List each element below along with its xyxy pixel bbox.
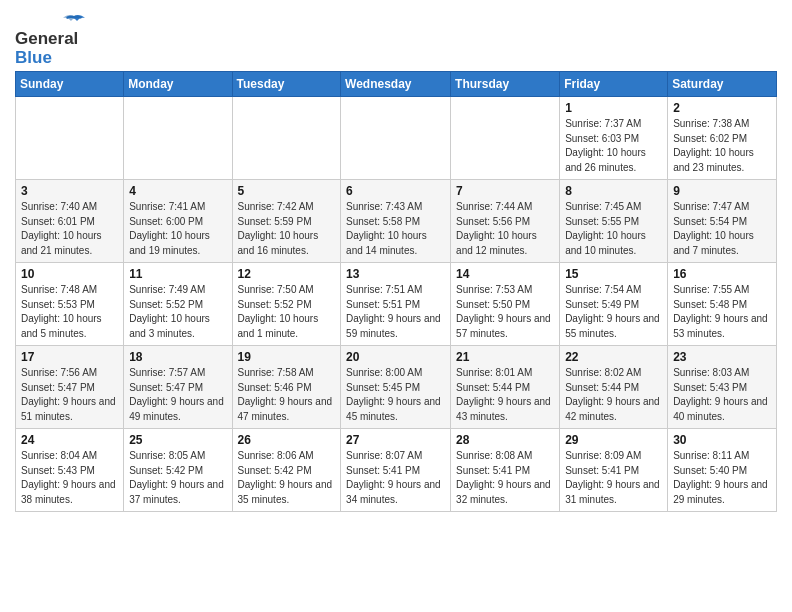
calendar-cell: 23Sunrise: 8:03 AM Sunset: 5:43 PM Dayli… xyxy=(668,346,777,429)
day-info: Sunrise: 7:57 AM Sunset: 5:47 PM Dayligh… xyxy=(129,366,226,424)
calendar-cell: 12Sunrise: 7:50 AM Sunset: 5:52 PM Dayli… xyxy=(232,263,341,346)
day-number: 6 xyxy=(346,184,445,198)
calendar-cell xyxy=(16,97,124,180)
day-info: Sunrise: 7:42 AM Sunset: 5:59 PM Dayligh… xyxy=(238,200,336,258)
day-number: 2 xyxy=(673,101,771,115)
day-info: Sunrise: 7:37 AM Sunset: 6:03 PM Dayligh… xyxy=(565,117,662,175)
day-info: Sunrise: 8:04 AM Sunset: 5:43 PM Dayligh… xyxy=(21,449,118,507)
day-number: 24 xyxy=(21,433,118,447)
day-info: Sunrise: 7:49 AM Sunset: 5:52 PM Dayligh… xyxy=(129,283,226,341)
day-number: 22 xyxy=(565,350,662,364)
day-number: 3 xyxy=(21,184,118,198)
day-number: 13 xyxy=(346,267,445,281)
day-number: 16 xyxy=(673,267,771,281)
day-number: 30 xyxy=(673,433,771,447)
weekday-header-sunday: Sunday xyxy=(16,72,124,97)
calendar-cell: 30Sunrise: 8:11 AM Sunset: 5:40 PM Dayli… xyxy=(668,429,777,512)
day-info: Sunrise: 7:45 AM Sunset: 5:55 PM Dayligh… xyxy=(565,200,662,258)
day-info: Sunrise: 7:56 AM Sunset: 5:47 PM Dayligh… xyxy=(21,366,118,424)
calendar-cell: 4Sunrise: 7:41 AM Sunset: 6:00 PM Daylig… xyxy=(124,180,232,263)
calendar-cell: 14Sunrise: 7:53 AM Sunset: 5:50 PM Dayli… xyxy=(451,263,560,346)
calendar-cell: 2Sunrise: 7:38 AM Sunset: 6:02 PM Daylig… xyxy=(668,97,777,180)
logo: GeneralBlue xyxy=(15,16,85,67)
calendar-cell: 28Sunrise: 8:08 AM Sunset: 5:41 PM Dayli… xyxy=(451,429,560,512)
calendar-week-row: 3Sunrise: 7:40 AM Sunset: 6:01 PM Daylig… xyxy=(16,180,777,263)
day-info: Sunrise: 8:06 AM Sunset: 5:42 PM Dayligh… xyxy=(238,449,336,507)
calendar-cell: 8Sunrise: 7:45 AM Sunset: 5:55 PM Daylig… xyxy=(560,180,668,263)
day-info: Sunrise: 7:40 AM Sunset: 6:01 PM Dayligh… xyxy=(21,200,118,258)
calendar-cell: 10Sunrise: 7:48 AM Sunset: 5:53 PM Dayli… xyxy=(16,263,124,346)
calendar-cell: 21Sunrise: 8:01 AM Sunset: 5:44 PM Dayli… xyxy=(451,346,560,429)
calendar-cell xyxy=(451,97,560,180)
day-number: 20 xyxy=(346,350,445,364)
day-info: Sunrise: 7:48 AM Sunset: 5:53 PM Dayligh… xyxy=(21,283,118,341)
day-info: Sunrise: 7:58 AM Sunset: 5:46 PM Dayligh… xyxy=(238,366,336,424)
day-info: Sunrise: 8:03 AM Sunset: 5:43 PM Dayligh… xyxy=(673,366,771,424)
weekday-header-saturday: Saturday xyxy=(668,72,777,97)
day-number: 21 xyxy=(456,350,554,364)
calendar-cell xyxy=(232,97,341,180)
calendar-cell: 11Sunrise: 7:49 AM Sunset: 5:52 PM Dayli… xyxy=(124,263,232,346)
calendar-cell: 27Sunrise: 8:07 AM Sunset: 5:41 PM Dayli… xyxy=(341,429,451,512)
calendar-table: SundayMondayTuesdayWednesdayThursdayFrid… xyxy=(15,71,777,512)
calendar-cell: 13Sunrise: 7:51 AM Sunset: 5:51 PM Dayli… xyxy=(341,263,451,346)
weekday-header-friday: Friday xyxy=(560,72,668,97)
calendar-cell: 5Sunrise: 7:42 AM Sunset: 5:59 PM Daylig… xyxy=(232,180,341,263)
calendar-week-row: 10Sunrise: 7:48 AM Sunset: 5:53 PM Dayli… xyxy=(16,263,777,346)
page-header: GeneralBlue xyxy=(15,10,777,67)
day-info: Sunrise: 7:44 AM Sunset: 5:56 PM Dayligh… xyxy=(456,200,554,258)
day-info: Sunrise: 7:38 AM Sunset: 6:02 PM Dayligh… xyxy=(673,117,771,175)
day-number: 10 xyxy=(21,267,118,281)
day-number: 5 xyxy=(238,184,336,198)
day-number: 9 xyxy=(673,184,771,198)
day-number: 29 xyxy=(565,433,662,447)
day-info: Sunrise: 7:53 AM Sunset: 5:50 PM Dayligh… xyxy=(456,283,554,341)
calendar-cell: 18Sunrise: 7:57 AM Sunset: 5:47 PM Dayli… xyxy=(124,346,232,429)
calendar-cell: 7Sunrise: 7:44 AM Sunset: 5:56 PM Daylig… xyxy=(451,180,560,263)
day-info: Sunrise: 8:01 AM Sunset: 5:44 PM Dayligh… xyxy=(456,366,554,424)
day-info: Sunrise: 8:07 AM Sunset: 5:41 PM Dayligh… xyxy=(346,449,445,507)
day-number: 8 xyxy=(565,184,662,198)
day-info: Sunrise: 8:05 AM Sunset: 5:42 PM Dayligh… xyxy=(129,449,226,507)
day-number: 26 xyxy=(238,433,336,447)
day-number: 4 xyxy=(129,184,226,198)
calendar-cell: 24Sunrise: 8:04 AM Sunset: 5:43 PM Dayli… xyxy=(16,429,124,512)
calendar-cell: 15Sunrise: 7:54 AM Sunset: 5:49 PM Dayli… xyxy=(560,263,668,346)
day-number: 14 xyxy=(456,267,554,281)
day-info: Sunrise: 7:51 AM Sunset: 5:51 PM Dayligh… xyxy=(346,283,445,341)
logo-text: GeneralBlue xyxy=(15,30,78,67)
day-number: 18 xyxy=(129,350,226,364)
day-number: 12 xyxy=(238,267,336,281)
day-number: 23 xyxy=(673,350,771,364)
calendar-cell: 25Sunrise: 8:05 AM Sunset: 5:42 PM Dayli… xyxy=(124,429,232,512)
calendar-cell: 19Sunrise: 7:58 AM Sunset: 5:46 PM Dayli… xyxy=(232,346,341,429)
day-info: Sunrise: 7:43 AM Sunset: 5:58 PM Dayligh… xyxy=(346,200,445,258)
calendar-week-row: 1Sunrise: 7:37 AM Sunset: 6:03 PM Daylig… xyxy=(16,97,777,180)
day-info: Sunrise: 7:41 AM Sunset: 6:00 PM Dayligh… xyxy=(129,200,226,258)
calendar-cell xyxy=(124,97,232,180)
day-info: Sunrise: 7:55 AM Sunset: 5:48 PM Dayligh… xyxy=(673,283,771,341)
calendar-cell: 3Sunrise: 7:40 AM Sunset: 6:01 PM Daylig… xyxy=(16,180,124,263)
calendar-cell: 17Sunrise: 7:56 AM Sunset: 5:47 PM Dayli… xyxy=(16,346,124,429)
day-number: 15 xyxy=(565,267,662,281)
calendar-cell: 16Sunrise: 7:55 AM Sunset: 5:48 PM Dayli… xyxy=(668,263,777,346)
calendar-header-row: SundayMondayTuesdayWednesdayThursdayFrid… xyxy=(16,72,777,97)
weekday-header-tuesday: Tuesday xyxy=(232,72,341,97)
day-number: 7 xyxy=(456,184,554,198)
day-number: 25 xyxy=(129,433,226,447)
weekday-header-wednesday: Wednesday xyxy=(341,72,451,97)
calendar-cell: 26Sunrise: 8:06 AM Sunset: 5:42 PM Dayli… xyxy=(232,429,341,512)
day-number: 28 xyxy=(456,433,554,447)
calendar-cell: 9Sunrise: 7:47 AM Sunset: 5:54 PM Daylig… xyxy=(668,180,777,263)
logo-bird-icon xyxy=(63,14,85,28)
calendar-cell: 22Sunrise: 8:02 AM Sunset: 5:44 PM Dayli… xyxy=(560,346,668,429)
calendar-cell xyxy=(341,97,451,180)
day-info: Sunrise: 8:08 AM Sunset: 5:41 PM Dayligh… xyxy=(456,449,554,507)
calendar-cell: 20Sunrise: 8:00 AM Sunset: 5:45 PM Dayli… xyxy=(341,346,451,429)
day-info: Sunrise: 7:47 AM Sunset: 5:54 PM Dayligh… xyxy=(673,200,771,258)
calendar-week-row: 17Sunrise: 7:56 AM Sunset: 5:47 PM Dayli… xyxy=(16,346,777,429)
weekday-header-monday: Monday xyxy=(124,72,232,97)
day-info: Sunrise: 7:54 AM Sunset: 5:49 PM Dayligh… xyxy=(565,283,662,341)
day-info: Sunrise: 8:11 AM Sunset: 5:40 PM Dayligh… xyxy=(673,449,771,507)
calendar-cell: 6Sunrise: 7:43 AM Sunset: 5:58 PM Daylig… xyxy=(341,180,451,263)
